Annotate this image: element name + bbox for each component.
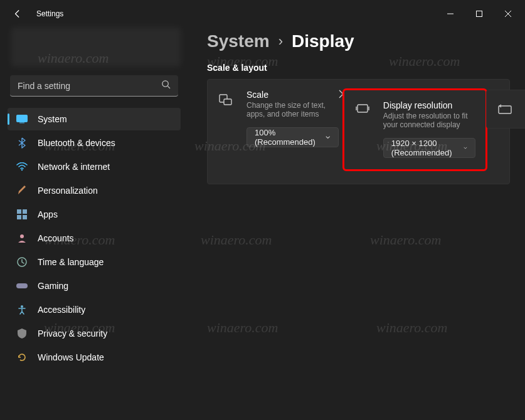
nav-privacy[interactable]: Privacy & security (8, 322, 181, 345)
nav-item-label: Bluetooth & devices (38, 138, 115, 148)
chevron-right-icon: › (278, 33, 283, 50)
svg-rect-3 (19, 123, 24, 123)
nav-apps[interactable]: Apps (8, 203, 181, 226)
nav-time[interactable]: Time & language (8, 251, 181, 273)
card-subtitle: Adjust the resolution to fit your connec… (383, 112, 475, 129)
chevron-down-icon (464, 146, 467, 150)
nav-item-label: Apps (38, 209, 58, 219)
chevron-right-icon (339, 90, 344, 101)
nav-network[interactable]: Network & internet (8, 155, 181, 178)
svg-point-12 (21, 305, 23, 308)
gaming-icon (15, 279, 29, 293)
nav-list: System Bluetooth & devices Network & int… (8, 108, 181, 369)
resolution-icon (354, 102, 371, 118)
account-block[interactable] (11, 28, 181, 66)
nav-accessibility[interactable]: Accessibility (8, 298, 181, 321)
svg-rect-8 (23, 215, 27, 219)
close-button[interactable] (494, 4, 522, 24)
minimize-button[interactable] (436, 4, 465, 24)
card-scale[interactable]: Scale Change the size of text, apps, and… (207, 79, 510, 184)
nav-item-label: Network & internet (38, 162, 110, 172)
update-icon (15, 350, 29, 364)
nav-accounts[interactable]: Accounts (8, 227, 181, 249)
bluetooth-icon (15, 136, 29, 150)
back-button[interactable] (11, 8, 24, 20)
select-value: 100% (Recommended) (255, 128, 317, 147)
nav-system[interactable]: System (8, 108, 181, 130)
svg-point-9 (20, 234, 24, 238)
search-input[interactable] (18, 81, 161, 91)
shield-icon (15, 327, 29, 340)
main-content: System › Display Scale & layout Scale Ch… (188, 28, 525, 420)
nav-item-label: Privacy & security (38, 328, 107, 339)
brush-icon (15, 184, 29, 197)
svg-rect-11 (16, 283, 28, 288)
scale-select[interactable]: 100% (Recommended) (247, 127, 339, 147)
nav-item-label: Accessibility (38, 305, 85, 315)
sidebar: System Bluetooth & devices Network & int… (0, 28, 188, 420)
svg-rect-14 (224, 99, 231, 105)
nav-item-label: Windows Update (38, 352, 104, 362)
card-orientation[interactable]: Display orientation Landscape (486, 90, 525, 129)
select-value: 1920 × 1200 (Recommended) (391, 139, 455, 157)
nav-item-label: System (38, 114, 67, 124)
system-icon (15, 112, 29, 126)
chevron-down-icon (326, 135, 330, 139)
clock-icon (15, 255, 29, 269)
nav-item-label: Accounts (38, 233, 74, 243)
titlebar: Settings (0, 0, 525, 28)
orientation-icon (497, 102, 513, 118)
card-title: Scale (247, 90, 339, 100)
nav-personalization[interactable]: Personalization (8, 179, 181, 202)
svg-rect-7 (17, 215, 21, 219)
search-box[interactable] (10, 75, 178, 97)
search-icon (161, 80, 171, 92)
svg-rect-2 (17, 115, 28, 122)
svg-rect-0 (477, 11, 482, 17)
card-title: Display resolution (383, 100, 475, 110)
card-resolution[interactable]: Display resolution Adjust the resolution… (344, 90, 486, 170)
breadcrumb-root[interactable]: System (207, 31, 270, 51)
breadcrumb: System › Display (207, 31, 510, 51)
resolution-select[interactable]: 1920 × 1200 (Recommended) (383, 138, 475, 158)
page-title: Display (292, 31, 354, 51)
svg-point-4 (21, 169, 23, 171)
svg-point-1 (162, 81, 168, 87)
nav-bluetooth[interactable]: Bluetooth & devices (8, 132, 181, 154)
svg-rect-15 (358, 105, 368, 112)
nav-update[interactable]: Windows Update (8, 346, 181, 369)
section-scale-layout: Scale & layout (207, 63, 510, 73)
svg-rect-6 (23, 209, 27, 214)
accounts-icon (15, 231, 29, 245)
accessibility-icon (15, 303, 29, 317)
apps-icon (15, 207, 29, 221)
nav-item-label: Personalization (38, 186, 98, 196)
scale-icon (218, 91, 234, 107)
svg-rect-5 (17, 209, 21, 214)
card-subtitle: Change the size of text, apps, and other… (247, 101, 339, 118)
window-title: Settings (36, 9, 63, 18)
nav-item-label: Gaming (38, 281, 68, 291)
maximize-button[interactable] (465, 4, 494, 24)
nav-item-label: Time & language (38, 257, 103, 267)
nav-gaming[interactable]: Gaming (8, 275, 181, 297)
wifi-icon (15, 160, 29, 174)
